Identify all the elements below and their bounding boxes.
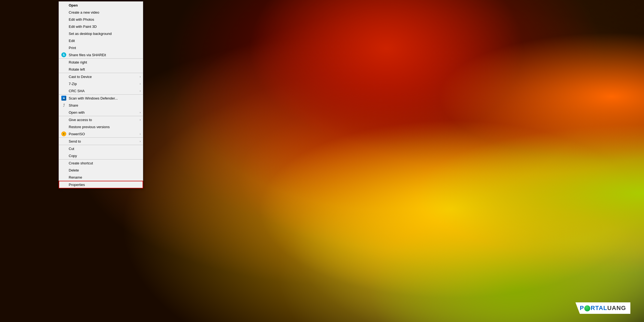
7zip-arrow-icon: › bbox=[140, 82, 141, 85]
menu-item-edit-label: Edit bbox=[69, 39, 75, 43]
menu-item-properties[interactable]: Properties bbox=[59, 181, 143, 188]
menu-item-create-new-video[interactable]: Create a new video bbox=[59, 9, 143, 16]
portal-p: P bbox=[580, 305, 584, 311]
menu-item-crc-sha-label: CRC SHA bbox=[69, 89, 85, 93]
menu-item-give-access-label: Give access to bbox=[69, 118, 92, 122]
menu-item-set-as-desktop-label: Set as desktop background bbox=[69, 32, 112, 36]
open-with-arrow-icon: › bbox=[140, 111, 141, 114]
share-icon: ⤴ bbox=[61, 103, 67, 108]
send-to-arrow-icon: › bbox=[140, 140, 141, 143]
menu-item-restore-previous-label: Restore previous versions bbox=[69, 125, 110, 129]
menu-item-crc-sha[interactable]: CRC SHA › bbox=[59, 87, 143, 94]
menu-item-rotate-right[interactable]: Rotate right bbox=[59, 59, 143, 66]
poweriso-arrow-icon: › bbox=[140, 132, 141, 136]
menu-item-edit-with-photos-label: Edit with Photos bbox=[69, 17, 94, 22]
menu-item-properties-label: Properties bbox=[69, 183, 85, 187]
menu-section-open: Open Create a new video Edit with Photos… bbox=[59, 2, 143, 59]
menu-item-delete-label: Delete bbox=[69, 168, 79, 172]
menu-item-share[interactable]: ⤴ Share bbox=[59, 102, 143, 109]
menu-section-clipboard: Cut Copy bbox=[59, 145, 143, 160]
menu-item-7zip-label: 7-Zip bbox=[69, 82, 77, 86]
menu-item-print[interactable]: Print bbox=[59, 44, 143, 51]
menu-section-rotate: Rotate right Rotate left bbox=[59, 59, 143, 73]
menu-item-edit-with-paint3d-label: Edit with Paint 3D bbox=[69, 25, 97, 29]
menu-item-rename-label: Rename bbox=[69, 175, 82, 179]
menu-item-cut-label: Cut bbox=[69, 147, 74, 151]
menu-item-open-with[interactable]: Open with › bbox=[59, 109, 143, 116]
menu-item-cut[interactable]: Cut bbox=[59, 145, 143, 152]
portal-logo-text: PRTALUANG bbox=[580, 305, 626, 312]
menu-item-open[interactable]: Open bbox=[59, 2, 143, 9]
menu-item-send-to[interactable]: Send to › bbox=[59, 138, 143, 145]
menu-item-shareit-label: Share files via SHAREit bbox=[69, 53, 106, 57]
menu-item-shareit[interactable]: S Share files via SHAREit bbox=[59, 51, 143, 58]
menu-item-rename[interactable]: Rename bbox=[59, 174, 143, 181]
menu-item-restore-previous[interactable]: Restore previous versions bbox=[59, 123, 143, 130]
menu-item-send-to-label: Send to bbox=[69, 139, 81, 143]
menu-item-open-label: Open bbox=[69, 3, 78, 7]
crc-sha-arrow-icon: › bbox=[140, 89, 141, 92]
cast-arrow-icon: › bbox=[140, 75, 141, 78]
menu-section-scan: ⊞ Scan with Windows Defender... ⤴ Share … bbox=[59, 95, 143, 116]
menu-item-7zip[interactable]: 7-Zip › bbox=[59, 80, 143, 87]
menu-item-edit[interactable]: Edit bbox=[59, 37, 143, 44]
poweriso-icon: ● bbox=[61, 131, 67, 137]
menu-item-cast-label: Cast to Device bbox=[69, 75, 92, 79]
menu-item-edit-with-paint3d[interactable]: Edit with Paint 3D bbox=[59, 23, 143, 30]
shareit-icon: S bbox=[61, 52, 67, 58]
menu-section-properties: Properties bbox=[59, 181, 143, 188]
menu-item-rotate-left-label: Rotate left bbox=[69, 67, 85, 71]
menu-item-give-access-to[interactable]: Give access to › bbox=[59, 116, 143, 123]
menu-item-create-new-video-label: Create a new video bbox=[69, 10, 99, 14]
menu-section-sendto: Send to › bbox=[59, 138, 143, 145]
menu-item-cast-to-device[interactable]: Cast to Device › bbox=[59, 73, 143, 80]
menu-item-scan-defender-label: Scan with Windows Defender... bbox=[69, 96, 118, 100]
portal-logo: PRTALUANG bbox=[576, 302, 631, 314]
menu-item-delete[interactable]: Delete bbox=[59, 167, 143, 174]
menu-section-access: Give access to › Restore previous versio… bbox=[59, 116, 143, 138]
menu-item-create-shortcut[interactable]: Create shortcut bbox=[59, 160, 143, 167]
menu-item-poweriso[interactable]: ● PowerISO › bbox=[59, 130, 143, 137]
menu-item-scan-defender[interactable]: ⊞ Scan with Windows Defender... bbox=[59, 95, 143, 102]
context-menu: Open Create a new video Edit with Photos… bbox=[59, 1, 143, 188]
menu-item-set-as-desktop[interactable]: Set as desktop background bbox=[59, 30, 143, 37]
menu-item-open-with-label: Open with bbox=[69, 110, 85, 115]
menu-section-cast: Cast to Device › 7-Zip › CRC SHA › bbox=[59, 73, 143, 95]
menu-item-print-label: Print bbox=[69, 46, 76, 50]
menu-section-file-ops: Create shortcut Delete Rename bbox=[59, 160, 143, 181]
menu-item-rotate-left[interactable]: Rotate left bbox=[59, 66, 143, 73]
menu-item-copy-label: Copy bbox=[69, 154, 77, 158]
menu-item-copy[interactable]: Copy bbox=[59, 152, 143, 159]
menu-item-edit-with-photos[interactable]: Edit with Photos bbox=[59, 16, 143, 23]
menu-item-share-label: Share bbox=[69, 103, 78, 107]
portal-uang: UANG bbox=[607, 305, 626, 311]
defender-icon: ⊞ bbox=[61, 95, 67, 101]
menu-item-poweriso-label: PowerISO bbox=[69, 132, 85, 136]
give-access-arrow-icon: › bbox=[140, 118, 141, 121]
menu-item-rotate-right-label: Rotate right bbox=[69, 60, 87, 64]
menu-item-create-shortcut-label: Create shortcut bbox=[69, 161, 93, 165]
portal-rtal: RTAL bbox=[591, 305, 607, 311]
portal-o-circle bbox=[584, 305, 590, 311]
